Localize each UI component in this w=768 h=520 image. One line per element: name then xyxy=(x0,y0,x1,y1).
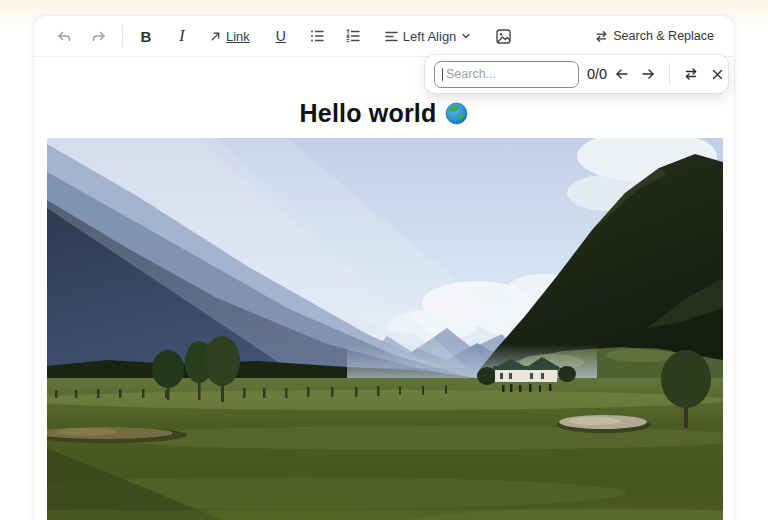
previous-match-button[interactable] xyxy=(609,61,635,87)
undo-icon xyxy=(55,28,72,45)
link-label: Link xyxy=(226,29,250,44)
swap-arrows-icon xyxy=(594,29,609,44)
bullet-list-button[interactable] xyxy=(302,21,332,51)
align-dropdown[interactable]: Left Align xyxy=(378,21,479,51)
toggle-replace-button[interactable] xyxy=(678,61,704,87)
document-area[interactable]: Hello world xyxy=(34,99,734,520)
arrow-left-icon xyxy=(614,66,630,82)
align-left-icon xyxy=(384,29,399,44)
arrow-right-icon xyxy=(640,66,656,82)
swap-arrows-icon xyxy=(683,66,699,82)
toolbar-divider xyxy=(122,25,123,47)
chevron-down-icon xyxy=(460,30,472,42)
underline-button[interactable]: U xyxy=(266,21,296,51)
bullet-list-icon xyxy=(309,28,325,44)
redo-button[interactable] xyxy=(84,21,114,51)
popup-divider xyxy=(669,63,670,85)
arrow-up-right-icon xyxy=(209,30,222,43)
close-icon xyxy=(710,67,725,82)
image-icon xyxy=(495,28,512,45)
heading-text: Hello world xyxy=(300,99,437,128)
text-caret xyxy=(442,68,443,81)
bold-label: B xyxy=(141,28,152,45)
document-image[interactable] xyxy=(47,138,723,520)
ordered-list-icon xyxy=(345,28,361,44)
bold-button[interactable]: B xyxy=(131,21,161,51)
landscape-photo xyxy=(47,138,723,520)
italic-label: I xyxy=(179,27,184,45)
search-input-wrap xyxy=(434,61,579,88)
next-match-button[interactable] xyxy=(635,61,661,87)
underline-label: U xyxy=(276,28,286,44)
search-input[interactable] xyxy=(434,61,579,88)
search-replace-button[interactable]: Search & Replace xyxy=(588,21,720,51)
italic-button[interactable]: I xyxy=(167,21,197,51)
search-replace-label: Search & Replace xyxy=(613,29,714,43)
insert-image-button[interactable] xyxy=(488,21,518,51)
globe-emoji-icon xyxy=(445,102,468,125)
match-counter: 0/0 xyxy=(587,66,607,82)
redo-icon xyxy=(91,28,108,45)
ordered-list-button[interactable] xyxy=(338,21,368,51)
search-replace-popup: 0/0 xyxy=(425,55,728,93)
align-selected-label: Left Align xyxy=(403,29,457,44)
toolbar: B I Link U xyxy=(34,16,734,57)
close-search-button[interactable] xyxy=(704,61,730,87)
undo-button[interactable] xyxy=(48,21,78,51)
document-heading: Hello world xyxy=(47,99,721,128)
link-button[interactable]: Link xyxy=(203,21,256,51)
